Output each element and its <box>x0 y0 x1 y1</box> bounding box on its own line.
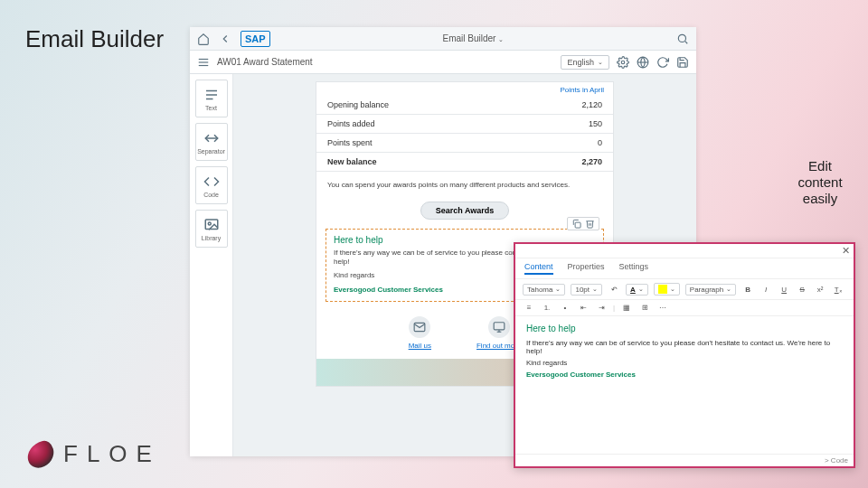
callout-edit: Edit content easily <box>788 158 852 207</box>
clearformat-button[interactable]: Tₓ <box>832 286 844 294</box>
floe-mark-icon <box>24 438 57 470</box>
palette-item-label: Text <box>205 105 217 111</box>
palette-item-text[interactable]: Text <box>195 80 228 117</box>
row-label: New balance <box>316 153 514 172</box>
indent-button[interactable]: ⇥ <box>595 304 608 312</box>
palette-item-label: Separator <box>197 148 225 155</box>
svg-point-1 <box>678 34 685 42</box>
settings-gear-icon[interactable] <box>617 56 629 69</box>
outdent-button[interactable]: ⇤ <box>577 304 590 312</box>
app-title: Email Builder ⌄ <box>442 33 504 43</box>
tab-settings[interactable]: Settings <box>619 262 649 275</box>
table-row: Points added150 <box>316 115 613 134</box>
app-topbar: SAP Email Builder ⌄ <box>190 27 696 51</box>
highlight-select[interactable]: ⌄ <box>654 283 680 296</box>
svg-line-2 <box>685 41 688 43</box>
search-icon[interactable] <box>676 33 689 45</box>
close-icon[interactable]: ✕ <box>842 245 850 257</box>
editor-header: ✕ <box>515 244 854 258</box>
rte-toolbar-row2: ≡ 1. • ⇤ ⇥ | ▦ ⊞ ⋯ <box>515 300 854 316</box>
row-value: 150 <box>514 115 613 134</box>
svg-rect-15 <box>575 222 580 228</box>
editor-heading: Here to help <box>526 324 843 333</box>
row-value: 0 <box>514 134 613 153</box>
row-value: 2,120 <box>514 96 613 115</box>
bold-button[interactable]: B <box>741 286 754 294</box>
sap-logo: SAP <box>241 31 270 47</box>
doc-title: AW01 Award Statement <box>217 57 313 67</box>
block-palette: Text Separator Code Library <box>190 74 233 456</box>
editor-signature: Eversogood Customer Services <box>526 371 843 379</box>
fontcolor-select[interactable]: A⌄ <box>626 284 648 296</box>
copy-icon[interactable] <box>571 219 581 229</box>
mail-icon <box>409 316 430 338</box>
language-select[interactable]: English⌄ <box>561 55 609 70</box>
save-icon[interactable] <box>676 56 689 69</box>
points-table: Opening balance2,120 Points added150 Poi… <box>316 96 613 172</box>
floe-logo: FLOE <box>27 440 161 468</box>
slide-title: Email Builder <box>25 25 164 53</box>
app-title-chevron-icon[interactable]: ⌄ <box>498 36 504 42</box>
tab-properties[interactable]: Properties <box>568 262 605 275</box>
list-unordered-button[interactable]: • <box>559 304 571 312</box>
monitor-icon <box>488 316 510 338</box>
font-select[interactable]: Tahoma⌄ <box>523 284 565 296</box>
row-label: Points added <box>316 115 514 134</box>
palette-item-library[interactable]: Library <box>195 210 228 248</box>
library-block-icon <box>203 217 220 233</box>
refresh-icon[interactable] <box>656 56 669 69</box>
row-value: 2,270 <box>514 153 613 172</box>
editor-paragraph: If there's any way we can be of service … <box>526 339 843 355</box>
menu-icon[interactable] <box>197 56 210 69</box>
separator-block-icon <box>203 130 220 146</box>
table-row: Points spent0 <box>316 134 613 153</box>
row-label: Opening balance <box>316 96 514 115</box>
app-subbar: AW01 Award Statement English⌄ <box>190 51 696 74</box>
svg-rect-17 <box>494 323 505 330</box>
strike-button[interactable]: S <box>796 286 808 294</box>
editor-body[interactable]: Here to help If there's any way we can b… <box>515 316 854 389</box>
cta-label: Mail us <box>409 342 431 350</box>
row-label: Points spent <box>316 134 514 153</box>
rte-toolbar: Tahoma⌄ 10pt⌄ ↶ A⌄ ⌄ Paragraph⌄ B I U S … <box>515 279 854 300</box>
image-button[interactable]: ▦ <box>620 304 633 312</box>
paragraph-select[interactable]: Paragraph⌄ <box>685 284 736 296</box>
underline-button[interactable]: U <box>778 286 790 294</box>
search-awards-button[interactable]: Search Awards <box>420 202 510 220</box>
table-button[interactable]: ⊞ <box>638 304 651 312</box>
table-row: Opening balance2,120 <box>316 96 613 115</box>
code-block-icon <box>203 174 220 190</box>
floe-logo-text: FLOE <box>63 440 161 468</box>
editor-paragraph: Kind regards <box>526 359 843 367</box>
cta-mail[interactable]: Mail us <box>409 316 431 350</box>
editor-footer[interactable]: > Code <box>515 454 854 466</box>
superscript-button[interactable]: x² <box>814 286 826 294</box>
table-row: New balance2,270 <box>316 153 613 172</box>
undo-icon[interactable]: ↶ <box>608 286 620 294</box>
palette-item-code[interactable]: Code <box>195 166 228 204</box>
align-left-button[interactable]: ≡ <box>523 304 535 312</box>
mail-note: You can spend your awards points on many… <box>316 172 613 198</box>
content-editor-panel: ✕ Content Properties Settings Tahoma⌄ 10… <box>514 242 855 468</box>
list-ordered-button[interactable]: 1. <box>541 304 553 312</box>
globe-icon[interactable] <box>637 56 649 69</box>
palette-item-label: Code <box>203 192 219 198</box>
section-caption: Points in April <box>316 82 613 96</box>
block-toolbar <box>567 217 599 230</box>
palette-item-label: Library <box>202 235 221 241</box>
svg-point-14 <box>208 222 211 225</box>
fontsize-select[interactable]: 10pt⌄ <box>571 284 602 296</box>
more-button[interactable]: ⋯ <box>656 304 669 312</box>
back-icon[interactable] <box>219 33 231 45</box>
home-icon[interactable] <box>197 33 210 45</box>
italic-button[interactable]: I <box>760 286 772 294</box>
delete-icon[interactable] <box>585 219 595 229</box>
editor-tabs: Content Properties Settings <box>515 258 854 279</box>
svg-point-6 <box>621 61 625 64</box>
text-block-icon <box>203 87 220 103</box>
tab-content[interactable]: Content <box>524 262 553 275</box>
palette-item-separator[interactable]: Separator <box>195 123 228 161</box>
